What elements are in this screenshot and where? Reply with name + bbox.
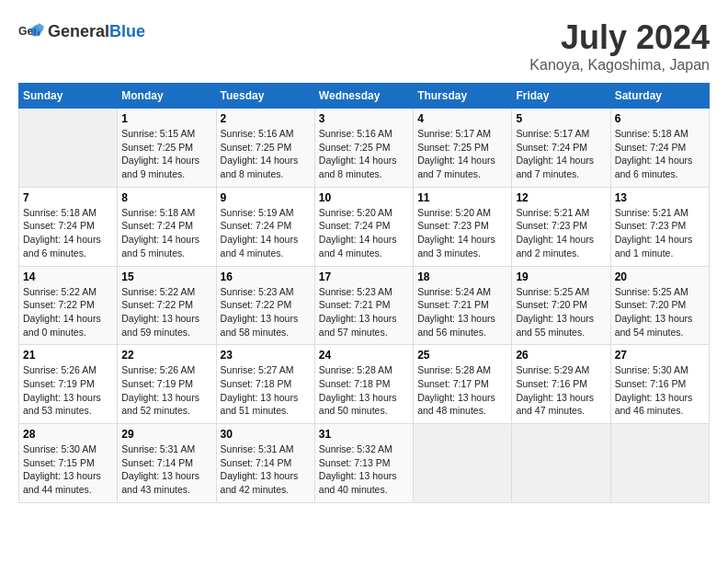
day-cell: 4Sunrise: 5:17 AMSunset: 7:25 PMDaylight…	[414, 109, 512, 188]
day-cell: 29Sunrise: 5:31 AMSunset: 7:14 PMDayligh…	[118, 424, 216, 503]
col-friday: Friday	[512, 84, 610, 109]
day-number: 22	[121, 349, 211, 362]
day-info: Sunrise: 5:28 AMSunset: 7:18 PMDaylight:…	[319, 363, 409, 418]
day-info: Sunrise: 5:20 AMSunset: 7:24 PMDaylight:…	[319, 206, 409, 260]
day-info: Sunrise: 5:18 AMSunset: 7:24 PMDaylight:…	[23, 206, 113, 260]
day-cell	[512, 424, 610, 503]
day-info: Sunrise: 5:23 AMSunset: 7:21 PMDaylight:…	[319, 285, 409, 339]
day-info: Sunrise: 5:21 AMSunset: 7:23 PMDaylight:…	[615, 206, 705, 260]
logo-blue: Blue	[109, 22, 145, 40]
day-info: Sunrise: 5:22 AMSunset: 7:22 PMDaylight:…	[121, 285, 211, 339]
day-number: 1	[121, 112, 211, 125]
day-cell: 17Sunrise: 5:23 AMSunset: 7:21 PMDayligh…	[314, 266, 413, 345]
day-cell: 15Sunrise: 5:22 AMSunset: 7:22 PMDayligh…	[118, 266, 216, 345]
day-info: Sunrise: 5:22 AMSunset: 7:22 PMDaylight:…	[23, 285, 113, 339]
day-info: Sunrise: 5:25 AMSunset: 7:20 PMDaylight:…	[615, 285, 705, 339]
day-number: 3	[319, 112, 409, 125]
day-cell	[19, 109, 118, 188]
day-number: 23	[221, 349, 311, 362]
day-cell	[610, 424, 709, 503]
day-info: Sunrise: 5:31 AMSunset: 7:14 PMDaylight:…	[221, 442, 311, 497]
day-cell: 6Sunrise: 5:18 AMSunset: 7:24 PMDaylight…	[610, 109, 709, 188]
col-tuesday: Tuesday	[216, 84, 314, 109]
day-cell: 7Sunrise: 5:18 AMSunset: 7:24 PMDaylight…	[19, 187, 118, 266]
day-info: Sunrise: 5:29 AMSunset: 7:16 PMDaylight:…	[516, 363, 606, 418]
day-number: 21	[23, 349, 113, 362]
day-info: Sunrise: 5:17 AMSunset: 7:24 PMDaylight:…	[516, 127, 606, 181]
day-cell: 8Sunrise: 5:18 AMSunset: 7:24 PMDaylight…	[118, 187, 216, 266]
day-cell: 20Sunrise: 5:25 AMSunset: 7:20 PMDayligh…	[610, 266, 709, 345]
day-number: 5	[516, 112, 606, 125]
day-number: 24	[319, 349, 409, 362]
col-wednesday: Wednesday	[314, 84, 413, 109]
location-title: Kanoya, Kagoshima, Japan	[529, 57, 710, 74]
day-info: Sunrise: 5:30 AMSunset: 7:16 PMDaylight:…	[615, 363, 705, 418]
day-info: Sunrise: 5:31 AMSunset: 7:14 PMDaylight:…	[121, 442, 211, 497]
day-number: 8	[121, 191, 211, 204]
day-cell: 12Sunrise: 5:21 AMSunset: 7:23 PMDayligh…	[512, 187, 610, 266]
day-cell: 23Sunrise: 5:27 AMSunset: 7:18 PMDayligh…	[216, 345, 314, 424]
day-number: 31	[319, 428, 409, 441]
day-info: Sunrise: 5:27 AMSunset: 7:18 PMDaylight:…	[221, 363, 311, 418]
day-cell: 5Sunrise: 5:17 AMSunset: 7:24 PMDaylight…	[512, 109, 610, 188]
col-sunday: Sunday	[19, 84, 118, 109]
day-cell: 24Sunrise: 5:28 AMSunset: 7:18 PMDayligh…	[314, 345, 413, 424]
day-number: 13	[615, 191, 705, 204]
day-info: Sunrise: 5:26 AMSunset: 7:19 PMDaylight:…	[23, 363, 113, 418]
logo: Gen GeneralBlue	[18, 18, 145, 44]
day-cell: 27Sunrise: 5:30 AMSunset: 7:16 PMDayligh…	[610, 345, 709, 424]
day-number: 16	[221, 270, 311, 283]
day-number: 14	[23, 270, 113, 283]
week-row-2: 7Sunrise: 5:18 AMSunset: 7:24 PMDaylight…	[19, 187, 710, 266]
day-cell: 16Sunrise: 5:23 AMSunset: 7:22 PMDayligh…	[216, 266, 314, 345]
day-number: 26	[516, 349, 606, 362]
day-number: 29	[121, 428, 211, 441]
day-info: Sunrise: 5:26 AMSunset: 7:19 PMDaylight:…	[121, 363, 211, 418]
page-header: Gen GeneralBlue July 2024 Kanoya, Kagosh…	[18, 18, 710, 74]
day-info: Sunrise: 5:16 AMSunset: 7:25 PMDaylight:…	[221, 127, 311, 181]
day-cell: 13Sunrise: 5:21 AMSunset: 7:23 PMDayligh…	[610, 187, 709, 266]
day-cell: 26Sunrise: 5:29 AMSunset: 7:16 PMDayligh…	[512, 345, 610, 424]
day-info: Sunrise: 5:18 AMSunset: 7:24 PMDaylight:…	[121, 206, 211, 260]
day-number: 4	[417, 112, 507, 125]
week-row-1: 1Sunrise: 5:15 AMSunset: 7:25 PMDaylight…	[19, 109, 710, 188]
day-number: 11	[417, 191, 507, 204]
day-number: 18	[417, 270, 507, 283]
day-number: 15	[121, 270, 211, 283]
day-info: Sunrise: 5:17 AMSunset: 7:25 PMDaylight:…	[417, 127, 507, 181]
week-row-4: 21Sunrise: 5:26 AMSunset: 7:19 PMDayligh…	[19, 345, 710, 424]
day-cell: 21Sunrise: 5:26 AMSunset: 7:19 PMDayligh…	[19, 345, 118, 424]
logo-icon: Gen	[18, 18, 44, 44]
day-cell: 18Sunrise: 5:24 AMSunset: 7:21 PMDayligh…	[414, 266, 512, 345]
day-number: 25	[417, 349, 507, 362]
col-saturday: Saturday	[610, 84, 709, 109]
day-cell: 10Sunrise: 5:20 AMSunset: 7:24 PMDayligh…	[314, 187, 413, 266]
col-monday: Monday	[118, 84, 216, 109]
day-cell: 2Sunrise: 5:16 AMSunset: 7:25 PMDaylight…	[216, 109, 314, 188]
calendar-table: Sunday Monday Tuesday Wednesday Thursday…	[18, 83, 710, 503]
day-info: Sunrise: 5:24 AMSunset: 7:21 PMDaylight:…	[417, 285, 507, 339]
day-number: 2	[221, 112, 311, 125]
day-number: 27	[615, 349, 705, 362]
logo-text-area: GeneralBlue	[48, 22, 145, 41]
day-info: Sunrise: 5:16 AMSunset: 7:25 PMDaylight:…	[319, 127, 409, 181]
day-number: 10	[319, 191, 409, 204]
day-cell: 22Sunrise: 5:26 AMSunset: 7:19 PMDayligh…	[118, 345, 216, 424]
title-area: July 2024 Kanoya, Kagoshima, Japan	[529, 18, 710, 74]
day-cell: 3Sunrise: 5:16 AMSunset: 7:25 PMDaylight…	[314, 109, 413, 188]
day-info: Sunrise: 5:15 AMSunset: 7:25 PMDaylight:…	[121, 127, 211, 181]
day-cell: 28Sunrise: 5:30 AMSunset: 7:15 PMDayligh…	[19, 424, 118, 503]
day-number: 9	[221, 191, 311, 204]
logo-general: General	[48, 22, 109, 40]
week-row-3: 14Sunrise: 5:22 AMSunset: 7:22 PMDayligh…	[19, 266, 710, 345]
day-number: 19	[516, 270, 606, 283]
day-info: Sunrise: 5:20 AMSunset: 7:23 PMDaylight:…	[417, 206, 507, 260]
day-cell	[414, 424, 512, 503]
day-cell: 9Sunrise: 5:19 AMSunset: 7:24 PMDaylight…	[216, 187, 314, 266]
day-info: Sunrise: 5:21 AMSunset: 7:23 PMDaylight:…	[516, 206, 606, 260]
day-cell: 1Sunrise: 5:15 AMSunset: 7:25 PMDaylight…	[118, 109, 216, 188]
day-info: Sunrise: 5:23 AMSunset: 7:22 PMDaylight:…	[221, 285, 311, 339]
day-number: 30	[221, 428, 311, 441]
day-cell: 19Sunrise: 5:25 AMSunset: 7:20 PMDayligh…	[512, 266, 610, 345]
day-number: 28	[23, 428, 113, 441]
